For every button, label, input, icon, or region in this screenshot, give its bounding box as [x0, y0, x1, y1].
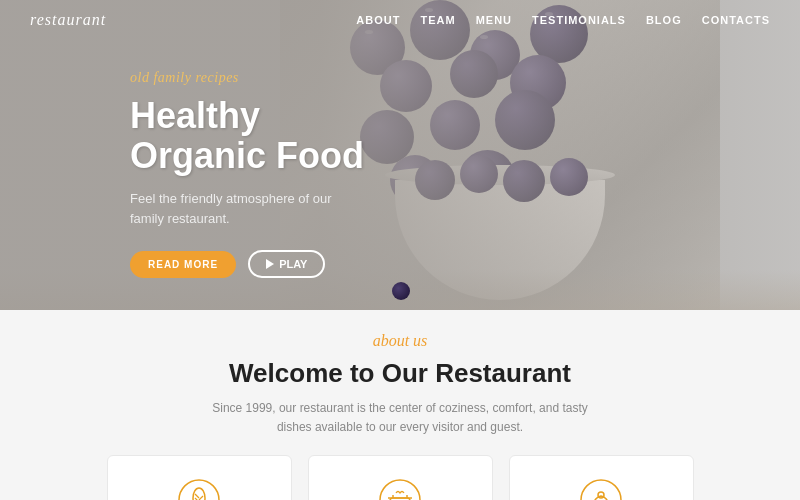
techniques-icon	[376, 476, 424, 500]
feature-cards: Ingredients Techniques	[30, 455, 770, 500]
hero-description: Feel the friendly atmosphere of our fami…	[130, 189, 350, 228]
header: restaurant ABOUT TEAM MENU TESTIMONIALS …	[0, 0, 800, 40]
hero-content: old family recipes Healthy Organic Food …	[130, 70, 364, 278]
about-section: about us Welcome to Our Restaurant Since…	[0, 310, 800, 500]
svg-line-5	[195, 494, 199, 498]
nav-blog[interactable]: BLOG	[646, 14, 682, 26]
read-more-button[interactable]: READ MORE	[130, 251, 236, 278]
nav-team[interactable]: TEAM	[420, 14, 455, 26]
svg-point-6	[380, 480, 420, 500]
hero-section: old family recipes Healthy Organic Food …	[0, 0, 800, 310]
card-techniques: Techniques	[308, 455, 493, 500]
lone-blueberry	[392, 282, 410, 300]
ingredients-icon	[175, 476, 223, 500]
nav-testimonials[interactable]: TESTIMONIALS	[532, 14, 626, 26]
nav-contacts[interactable]: CONTACTS	[702, 14, 770, 26]
about-label: about us	[30, 332, 770, 350]
play-icon	[266, 259, 274, 269]
about-title: Welcome to Our Restaurant	[30, 358, 770, 389]
card-ingredients: Ingredients	[107, 455, 292, 500]
about-description: Since 1999, our restaurant is the center…	[210, 399, 590, 437]
hero-title: Healthy Organic Food	[130, 96, 364, 175]
svg-point-0	[179, 480, 219, 500]
hero-buttons: READ MORE PLAY	[130, 250, 364, 278]
navigation: ABOUT TEAM MENU TESTIMONIALS BLOG CONTAC…	[356, 14, 770, 26]
card-community: Community	[509, 455, 694, 500]
hero-overlay	[0, 0, 800, 310]
logo: restaurant	[30, 11, 106, 29]
community-icon	[577, 476, 625, 500]
play-button[interactable]: PLAY	[248, 250, 325, 278]
hero-subtitle: old family recipes	[130, 70, 364, 86]
nav-menu[interactable]: MENU	[476, 14, 512, 26]
nav-about[interactable]: ABOUT	[356, 14, 400, 26]
svg-line-4	[199, 496, 203, 500]
svg-point-12	[598, 492, 604, 498]
